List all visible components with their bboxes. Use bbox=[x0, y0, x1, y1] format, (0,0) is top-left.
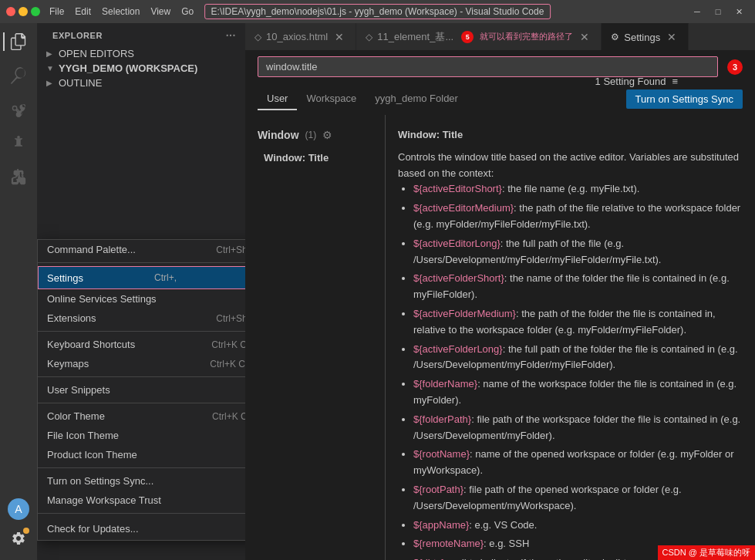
menu-go[interactable]: Go bbox=[177, 5, 198, 19]
workspace-label: YYGH_DEMO (WORKSPACE) bbox=[59, 62, 197, 74]
menu-selection[interactable]: Selection bbox=[97, 5, 144, 19]
context-menu: Command Palette... Ctrl+Shift+P Settings… bbox=[37, 239, 245, 541]
outline-arrow: ▶ bbox=[46, 79, 56, 87]
settings-gear-small-icon[interactable]: ⚙ bbox=[322, 129, 332, 141]
minimize-traffic-light[interactable] bbox=[19, 7, 28, 16]
settings-tab-user[interactable]: User bbox=[258, 88, 297, 110]
menu-file[interactable]: File bbox=[45, 5, 69, 19]
list-item-0: ${activeEditorShort}: the file name (e.g… bbox=[413, 181, 743, 197]
ctx-command-palette[interactable]: Command Palette... Ctrl+Shift+P bbox=[38, 240, 245, 259]
ctx-color-theme[interactable]: Color Theme Ctrl+K Ctrl+T bbox=[38, 407, 245, 426]
ctx-file-icon-theme[interactable]: File Icon Theme bbox=[38, 426, 245, 445]
ctx-sep-4 bbox=[38, 403, 245, 403]
ctx-keymaps-shortcut: Ctrl+K Ctrl+M bbox=[210, 359, 245, 369]
ctx-check-updates-label: Check for Updates... bbox=[47, 523, 139, 535]
sidebar-more-options[interactable]: ··· bbox=[226, 29, 236, 42]
tab-axios-label: 10_axios.html bbox=[266, 31, 328, 42]
tab-axios-close[interactable]: ✕ bbox=[332, 30, 346, 44]
activity-run[interactable] bbox=[3, 128, 34, 159]
ctx-extensions[interactable]: Extensions Ctrl+Shift+X bbox=[38, 309, 245, 328]
ctx-check-updates[interactable]: Check for Updates... 1 bbox=[38, 517, 245, 540]
ctx-online-services[interactable]: Online Services Settings bbox=[38, 289, 245, 309]
maximize-traffic-light[interactable] bbox=[31, 7, 40, 16]
right-panel-title: Window: Title bbox=[398, 127, 743, 143]
restore-button[interactable]: □ bbox=[708, 2, 728, 22]
settings-tabs: User Workspace yygh_demo Folder bbox=[258, 88, 467, 110]
activity-bar: A bbox=[0, 23, 37, 560]
open-editors-arrow: ▶ bbox=[46, 49, 56, 58]
tabs-bar: ◇ 10_axios.html ✕ ◇ 11_element_基... 5 就可… bbox=[245, 23, 755, 50]
list-item-9: ${rootPath}: file path of the opened wor… bbox=[413, 482, 743, 514]
right-panel-intro: Controls the window title based on the a… bbox=[398, 150, 743, 182]
list-item-4: ${activeFolderMedium}: the path of the f… bbox=[413, 306, 743, 339]
ctx-user-snippets[interactable]: User Snippets bbox=[38, 380, 245, 400]
list-item-7: ${folderPath}: file path of the workspac… bbox=[413, 412, 743, 444]
settings-right-panel: Window: Title Controls the window title … bbox=[385, 115, 755, 560]
tab-axios[interactable]: ◇ 10_axios.html ✕ bbox=[245, 23, 356, 50]
ctx-color-theme-shortcut: Ctrl+K Ctrl+T bbox=[212, 411, 245, 422]
main-area: ◇ 10_axios.html ✕ ◇ 11_element_基... 5 就可… bbox=[245, 23, 755, 560]
settings-tab-folder[interactable]: yygh_demo Folder bbox=[366, 88, 467, 110]
ctx-keyboard-shortcuts-shortcut: Ctrl+K Ctrl+S bbox=[211, 339, 245, 350]
ctx-keymaps[interactable]: Keymaps Ctrl+K Ctrl+M bbox=[38, 354, 245, 373]
ctx-settings-sync-label: Turn on Settings Sync... bbox=[47, 475, 153, 487]
activity-search[interactable] bbox=[3, 60, 34, 91]
tab-settings[interactable]: ⚙ Settings ✕ bbox=[602, 23, 689, 50]
list-item-1: ${activeEditorMedium}: the path of the f… bbox=[413, 201, 743, 233]
ctx-keyboard-shortcuts[interactable]: Keyboard Shortcuts Ctrl+K Ctrl+S bbox=[38, 335, 245, 354]
ctx-file-icon-theme-label: File Icon Theme bbox=[47, 430, 119, 441]
app-container: A EXPLORER ··· ▶ OPEN EDITORS ▼ YYGH_DEM… bbox=[0, 23, 755, 560]
settings-area: 3 User Workspace yygh_demo Folder Turn o… bbox=[245, 50, 755, 560]
settings-group-title: Window bbox=[258, 129, 299, 141]
ctx-settings[interactable]: Settings Ctrl+, 2 bbox=[38, 266, 245, 289]
ctx-command-palette-shortcut: Ctrl+Shift+P bbox=[216, 245, 245, 255]
settings-group-window[interactable]: Window (1) ⚙ bbox=[245, 124, 385, 146]
ctx-keyboard-shortcuts-label: Keyboard Shortcuts bbox=[47, 339, 135, 350]
account-icon[interactable]: A bbox=[8, 498, 29, 520]
list-item-8: ${rootName}: name of the opened workspac… bbox=[413, 447, 743, 479]
ctx-sep-5 bbox=[38, 467, 245, 468]
menu-view[interactable]: View bbox=[146, 5, 175, 19]
menu-edit[interactable]: Edit bbox=[70, 5, 96, 19]
activity-extensions[interactable] bbox=[3, 162, 34, 193]
settings-search-bar: 3 bbox=[245, 50, 755, 83]
close-traffic-light[interactable] bbox=[6, 7, 15, 16]
ctx-product-icon-theme[interactable]: Product Icon Theme bbox=[38, 445, 245, 464]
open-editors-label: OPEN EDITORS bbox=[59, 48, 134, 59]
explorer-title: EXPLORER bbox=[52, 31, 103, 40]
ctx-settings-label: Settings bbox=[47, 272, 83, 284]
settings-header-row: User Workspace yygh_demo Folder Turn on … bbox=[245, 83, 755, 115]
workspace-item[interactable]: ▼ YYGH_DEMO (WORKSPACE) bbox=[37, 61, 245, 76]
ctx-sep-2 bbox=[38, 331, 245, 332]
activity-bar-bottom: A bbox=[3, 498, 34, 560]
list-item-5: ${activeFolderLong}: the full path of th… bbox=[413, 342, 743, 374]
window-title: E:\IDEA\yygh_demo\nodejs\01.js - yygh_de… bbox=[204, 4, 551, 19]
tab-settings-close[interactable]: ✕ bbox=[665, 30, 679, 44]
outline-item[interactable]: ▶ OUTLINE bbox=[37, 76, 245, 90]
activity-explorer[interactable] bbox=[3, 26, 34, 57]
minimize-button[interactable]: ─ bbox=[687, 2, 707, 22]
tab-element-note: 就可以看到完整的路径了 bbox=[480, 31, 573, 42]
ctx-workspace-trust[interactable]: Manage Workspace Trust bbox=[38, 491, 245, 510]
settings-body: Window (1) ⚙ Window: Title Window: Title… bbox=[245, 115, 755, 560]
settings-tab-workspace[interactable]: Workspace bbox=[297, 88, 366, 110]
activity-source-control[interactable] bbox=[3, 94, 34, 125]
settings-item-window-title: Window: Title bbox=[245, 146, 385, 173]
list-item-2: ${activeEditorLong}: the full path of th… bbox=[413, 236, 743, 268]
ctx-extensions-label: Extensions bbox=[47, 312, 96, 324]
ctx-settings-shortcut: Ctrl+, bbox=[154, 272, 177, 283]
list-item-6: ${folderName}: name of the workspace fol… bbox=[413, 376, 743, 409]
settings-search-input[interactable] bbox=[258, 56, 718, 77]
ctx-settings-sync[interactable]: Turn on Settings Sync... bbox=[38, 471, 245, 491]
tab-element[interactable]: ◇ 11_element_基... 5 就可以看到完整的路径了 ✕ bbox=[356, 23, 602, 50]
list-item-10: ${appName}: e.g. VS Code. bbox=[413, 518, 743, 534]
settings-gear-icon[interactable] bbox=[3, 523, 34, 554]
tab-element-close[interactable]: ✕ bbox=[578, 30, 592, 44]
sync-button[interactable]: Turn on Settings Sync bbox=[626, 89, 743, 109]
filter-icon[interactable]: ≡ bbox=[672, 76, 678, 87]
title-bar: File Edit Selection View Go Run Terminal… bbox=[0, 0, 755, 23]
close-button[interactable]: ✕ bbox=[729, 2, 749, 22]
open-editors-item[interactable]: ▶ OPEN EDITORS bbox=[37, 46, 245, 61]
results-count-bar: 1 Setting Found ≡ bbox=[595, 76, 678, 87]
watermark: CSDN @ 是草莓味的呀 bbox=[658, 545, 755, 560]
